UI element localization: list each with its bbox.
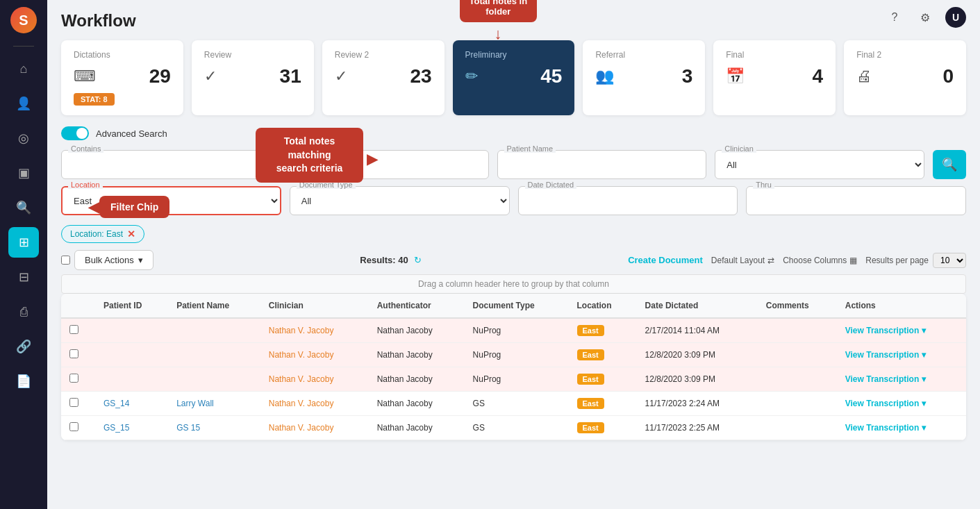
- row-checkbox[interactable]: [69, 374, 78, 383]
- th-patient-id[interactable]: Patient ID: [95, 294, 168, 318]
- folder-arrow: ↓: [495, 25, 502, 43]
- cell-location: East: [577, 398, 604, 409]
- card-referral[interactable]: Referral 👥 3: [583, 40, 705, 115]
- sidebar-item-people[interactable]: 👤: [8, 88, 39, 119]
- th-actions[interactable]: Actions: [837, 294, 966, 318]
- th-clinician[interactable]: Clinician: [260, 294, 369, 318]
- date-dictated-input[interactable]: [518, 186, 738, 215]
- results-per-page-label: Results per page: [865, 256, 929, 265]
- card-preliminary[interactable]: Total notes infolder ↓ Preliminary ✏ 45: [453, 40, 575, 115]
- sidebar-item-doc[interactable]: 📄: [8, 366, 39, 397]
- location-east-chip[interactable]: Location: East ✕: [61, 225, 144, 243]
- row-checkbox[interactable]: [69, 325, 78, 334]
- cell-patient-name: [168, 318, 260, 343]
- sidebar-item-box[interactable]: ▣: [8, 158, 39, 188]
- sidebar-item-analytics[interactable]: ◎: [8, 123, 39, 153]
- search-fields-row1: Contains Patient ID Patient Name Clinici…: [61, 150, 966, 179]
- workflow-cards: Dictations ⌨ 29 STAT: 8 Review ✓ 31 Revi…: [61, 40, 966, 115]
- search-button[interactable]: 🔍: [933, 150, 966, 179]
- sidebar-item-table[interactable]: ⊟: [8, 262, 39, 292]
- cell-comments: [758, 367, 837, 392]
- bulk-actions-button[interactable]: Bulk Actions ▾: [74, 250, 153, 270]
- search-fields-row2: Location East West North South Document …: [61, 186, 966, 215]
- th-authenticator[interactable]: Authenticator: [369, 294, 465, 318]
- card-final2[interactable]: Final 2 🖨 0: [844, 40, 966, 115]
- cell-clinician[interactable]: Nathan V. Jacoby: [269, 350, 334, 360]
- cell-date-dictated: 12/8/2020 3:09 PM: [637, 343, 758, 367]
- final-count: 4: [813, 65, 824, 87]
- cell-patient-id[interactable]: GS_15: [103, 423, 129, 433]
- cell-patient-id: [95, 367, 168, 392]
- sidebar-item-print[interactable]: ⎙: [8, 297, 39, 327]
- table-row: Nathan V. Jacoby Nathan Jacoby NuProg Ea…: [61, 343, 966, 367]
- bulk-actions-label: Bulk Actions: [85, 255, 134, 265]
- review-icon: ✓: [204, 67, 217, 85]
- card-dictations-label: Dictations: [74, 50, 171, 60]
- toggle-knob: [76, 128, 88, 139]
- th-comments[interactable]: Comments: [758, 294, 837, 318]
- cell-patient-id: [95, 318, 168, 343]
- help-icon[interactable]: ?: [884, 7, 905, 28]
- review2-icon: ✓: [335, 67, 347, 85]
- chip-remove-icon[interactable]: ✕: [127, 228, 135, 240]
- cell-patient-name[interactable]: Larry Wall: [176, 399, 214, 408]
- sidebar-item-link[interactable]: 🔗: [8, 331, 39, 362]
- th-location[interactable]: Location: [569, 294, 637, 318]
- table-header-row: Patient ID Patient Name Clinician Authen…: [61, 294, 966, 318]
- columns-icon: ▦: [849, 256, 857, 265]
- cell-comments: [758, 416, 837, 440]
- table-row: Nathan V. Jacoby Nathan Jacoby NuProg Ea…: [61, 367, 966, 392]
- sidebar-item-search[interactable]: 🔍: [8, 192, 39, 223]
- row-checkbox[interactable]: [69, 349, 78, 358]
- sidebar-item-home[interactable]: ⌂: [8, 53, 39, 84]
- advanced-search-toggle[interactable]: [61, 126, 89, 140]
- doc-type-select[interactable]: All: [290, 186, 510, 215]
- cell-actions-btn[interactable]: View Transcription ▾: [845, 399, 958, 408]
- results-per-page-select[interactable]: 10 25 50: [933, 253, 966, 268]
- card-review[interactable]: Review ✓ 31: [192, 40, 314, 115]
- card-dictations[interactable]: Dictations ⌨ 29 STAT: 8: [61, 40, 183, 115]
- contains-input[interactable]: [61, 150, 271, 179]
- refresh-icon[interactable]: ↻: [414, 255, 422, 265]
- thru-input[interactable]: [746, 186, 966, 215]
- card-review2[interactable]: Review 2 ✓ 23: [322, 40, 445, 115]
- th-date-dictated[interactable]: Date Dictated: [637, 294, 758, 318]
- cell-actions-btn[interactable]: View Transcription ▾: [845, 326, 958, 335]
- default-layout-button[interactable]: Default Layout ⇄: [711, 256, 774, 265]
- cell-clinician[interactable]: Nathan V. Jacoby: [269, 423, 334, 433]
- date-dictated-field-group: Date Dictated: [518, 186, 738, 215]
- card-final[interactable]: Final 📅 4: [713, 40, 836, 115]
- clinician-field-group: Clinician All: [715, 150, 924, 179]
- row-checkbox[interactable]: [69, 398, 78, 407]
- th-doc-type[interactable]: Document Type: [465, 294, 569, 318]
- date-dictated-label: Date Dictated: [525, 181, 577, 189]
- cell-actions-btn[interactable]: View Transcription ▾: [845, 350, 958, 360]
- cell-clinician[interactable]: Nathan V. Jacoby: [269, 326, 334, 335]
- contains-label: Contains: [68, 144, 103, 153]
- choose-columns-button[interactable]: Choose Columns ▦: [783, 256, 857, 265]
- cell-authenticator: Nathan Jacoby: [369, 367, 465, 392]
- select-all-checkbox[interactable]: [61, 256, 70, 265]
- cell-actions-btn[interactable]: View Transcription ▾: [845, 374, 958, 384]
- filter-chip-tooltip: Filter Chip ◀: [99, 196, 169, 218]
- patient-name-input[interactable]: [497, 150, 707, 179]
- create-document-button[interactable]: Create Document: [628, 255, 703, 265]
- settings-icon[interactable]: ⚙: [915, 7, 936, 28]
- th-patient-name[interactable]: Patient Name: [168, 294, 260, 318]
- card-preliminary-label: Preliminary: [465, 50, 563, 60]
- cell-date-dictated: 11/17/2023 2:25 AM: [637, 416, 758, 440]
- row-checkbox[interactable]: [69, 422, 78, 431]
- sidebar-item-workflow[interactable]: ⊞: [8, 227, 39, 258]
- final2-icon: 🖨: [856, 67, 872, 85]
- cell-patient-id[interactable]: GS_14: [103, 399, 129, 408]
- cell-clinician[interactable]: Nathan V. Jacoby: [269, 399, 334, 408]
- patient-name-field-group: Patient Name: [497, 150, 707, 179]
- table-row: Nathan V. Jacoby Nathan Jacoby NuProg Ea…: [61, 318, 966, 343]
- referral-count: 3: [682, 65, 693, 87]
- cell-patient-name[interactable]: GS 15: [176, 423, 200, 433]
- user-avatar[interactable]: U: [945, 7, 966, 28]
- clinician-select[interactable]: All: [715, 150, 924, 179]
- cell-actions-btn[interactable]: View Transcription ▾: [845, 423, 958, 433]
- cell-clinician[interactable]: Nathan V. Jacoby: [269, 374, 334, 384]
- preliminary-count: 45: [540, 65, 562, 87]
